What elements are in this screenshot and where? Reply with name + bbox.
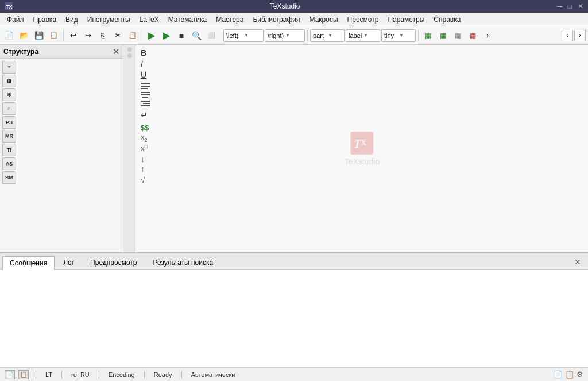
close-icon[interactable]: ✕ — [578, 2, 583, 10]
editor-area[interactable]: B I U — [136, 45, 588, 252]
window-controls: ─ □ ✕ — [557, 2, 583, 10]
nav-forward[interactable]: › — [574, 30, 586, 41]
tab-search-results[interactable]: Результаты поиска — [145, 256, 220, 269]
tab-preview[interactable]: Предпросмотр — [83, 256, 144, 269]
struct-dropdown[interactable]: part ▼ — [310, 29, 345, 42]
menu-preview[interactable]: Просмотр — [343, 14, 384, 25]
menu-macros[interactable]: Макросы — [305, 14, 343, 25]
menubar: Файл Правка Вид Инструменты LaTeX Матема… — [0, 13, 588, 26]
watermark-icon: T X — [350, 132, 373, 155]
open-button[interactable]: 📂 — [17, 29, 31, 43]
toolbar: 📄 📂 💾 📋 ↩ ↪ ⎘ ✂ 📋 ▶ ▶ ■ 🔍 ⬜ \left( ▼ \ri… — [0, 26, 588, 45]
sidebar-icon-4[interactable]: ⌂ — [2, 102, 16, 115]
table-btn-2[interactable]: ▦ — [436, 29, 450, 43]
find-button[interactable]: 🔍 — [189, 29, 203, 43]
main-area: Структура ✕ ≡ ⊞ ✱ ⌂ PS MR TI AS BM — [0, 45, 588, 367]
symbol-dot-1 — [127, 47, 132, 52]
svg-text:TX: TX — [6, 4, 13, 10]
menu-latex[interactable]: LaTeX — [135, 14, 164, 25]
more-button[interactable]: › — [481, 29, 494, 43]
sidebar-icon-structure[interactable]: ≡ — [2, 61, 16, 74]
new-button[interactable]: 📄 — [2, 29, 16, 43]
menu-math[interactable]: Математика — [164, 14, 212, 25]
menu-wizards[interactable]: Мастера — [211, 14, 248, 25]
cut-button[interactable]: ✂ — [111, 29, 125, 43]
statusbar-icon-2[interactable]: 📋 — [18, 370, 29, 379]
italic-button[interactable]: I — [141, 59, 152, 70]
bottom-panel: Сообщения Лог Предпросмотр Результаты по… — [0, 252, 588, 367]
watermark-text: TeXstudio — [345, 157, 380, 166]
status-sep-2 — [61, 371, 62, 379]
sidebar-icon-ti[interactable]: TI — [2, 144, 16, 156]
replace-button[interactable]: ⬜ — [204, 29, 218, 43]
maximize-icon[interactable]: □ — [568, 2, 572, 10]
stop-button[interactable]: ■ — [175, 29, 188, 43]
menu-file[interactable]: Файл — [2, 14, 29, 25]
content-row: Структура ✕ ≡ ⊞ ✱ ⌂ PS MR TI AS BM — [0, 45, 588, 252]
sidebar-icon-3[interactable]: ✱ — [2, 88, 16, 101]
bold-button[interactable]: B — [141, 48, 152, 59]
label-dropdown[interactable]: label ▼ — [346, 29, 380, 42]
table-btn-1[interactable]: ▦ — [421, 29, 435, 43]
sidebar-title: Структура — [3, 48, 38, 56]
bottom-tabs: Сообщения Лог Предпросмотр Результаты по… — [0, 253, 588, 270]
sidebar-close-button[interactable]: ✕ — [113, 47, 119, 56]
tab-log[interactable]: Лог — [56, 256, 82, 269]
statusbar-action-icon-1[interactable]: 📄 — [554, 370, 563, 379]
tab-messages[interactable]: Сообщения — [2, 256, 55, 270]
statusbar-action-icon-2[interactable]: 📋 — [565, 370, 574, 379]
newline-icon[interactable]: ↵ — [141, 110, 583, 120]
window-title: TeXstudio — [13, 2, 557, 10]
status-auto: Автоматически — [189, 371, 238, 378]
status-sep-3 — [99, 371, 99, 379]
left-paren-label: \left( — [226, 32, 243, 39]
nav-back[interactable]: ‹ — [562, 30, 573, 41]
menu-options[interactable]: Параметры — [383, 14, 429, 25]
sidebar-icon-as[interactable]: AS — [2, 157, 16, 170]
sidebar-icon-mr[interactable]: MR — [2, 130, 16, 143]
statusbar-action-icon-3[interactable]: ⚙ — [577, 370, 583, 379]
save-as-button[interactable]: 📋 — [47, 29, 61, 43]
menu-edit[interactable]: Правка — [29, 14, 61, 25]
run-button[interactable]: ▶ — [160, 29, 173, 43]
table-btn-3[interactable]: ▦ — [451, 29, 465, 43]
right-paren-dropdown[interactable]: \right) ▼ — [265, 29, 305, 42]
menu-help[interactable]: Справка — [429, 14, 465, 25]
bottom-close-button[interactable]: ✕ — [570, 255, 586, 269]
size-label: tiny — [384, 32, 398, 39]
sidebar: Структура ✕ ≡ ⊞ ✱ ⌂ PS MR TI AS BM — [0, 45, 123, 252]
left-paren-dropdown[interactable]: \left( ▼ — [223, 29, 264, 42]
label-arrow: ▼ — [363, 33, 377, 38]
format-toolbar: B I U — [136, 45, 588, 188]
statusbar-left: 📄 📋 — [5, 370, 29, 379]
status-sep-1 — [36, 371, 36, 379]
underline-button[interactable]: U — [141, 70, 152, 80]
menu-bibliography[interactable]: Библиография — [248, 14, 304, 25]
titlebar: TX TeXstudio ─ □ ✕ — [0, 0, 588, 13]
redo-button[interactable]: ↪ — [81, 29, 95, 43]
size-dropdown[interactable]: tiny ▼ — [381, 29, 416, 42]
menu-tools[interactable]: Инструменты — [83, 14, 135, 25]
compile-button[interactable]: ▶ — [145, 29, 158, 43]
sidebar-icon-ps[interactable]: PS — [2, 116, 16, 129]
table-btn-4[interactable]: ▦ — [466, 29, 479, 43]
align-center-icon[interactable] — [141, 92, 583, 98]
struct-label: part — [313, 32, 327, 39]
sqrt-button[interactable]: √ — [141, 175, 583, 184]
minimize-icon[interactable]: ─ — [557, 2, 562, 10]
toolbar-sep-5 — [418, 30, 419, 41]
copy-button[interactable]: ⎘ — [96, 29, 110, 43]
app-icon: TX — [5, 2, 13, 10]
save-button[interactable]: 💾 — [32, 29, 46, 43]
toolbar-sep-2 — [142, 30, 142, 41]
indent-icon[interactable] — [141, 101, 583, 106]
sidebar-icon-bm[interactable]: BM — [2, 171, 16, 184]
status-lang: ru_RU — [69, 371, 92, 378]
undo-button[interactable]: ↩ — [66, 29, 80, 43]
align-left-icon[interactable] — [141, 83, 583, 89]
statusbar-icon-1[interactable]: 📄 — [5, 370, 15, 379]
sidebar-icon-2[interactable]: ⊞ — [2, 75, 16, 87]
toolbar-sep-1 — [63, 30, 64, 41]
menu-view[interactable]: Вид — [61, 14, 83, 25]
paste-button[interactable]: 📋 — [126, 29, 140, 43]
